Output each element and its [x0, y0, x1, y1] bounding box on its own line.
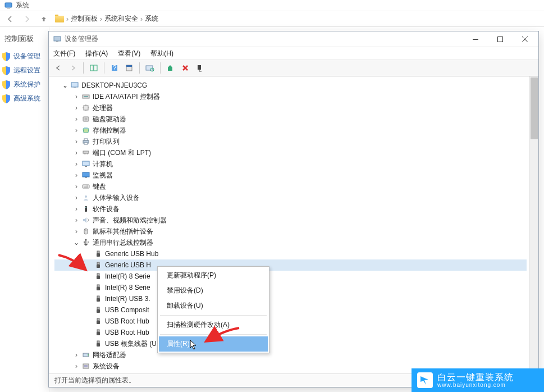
twisty-icon[interactable]: › — [74, 93, 79, 101]
svg-rect-23 — [84, 127, 88, 129]
toolbar-uninstall-button[interactable] — [179, 62, 191, 74]
watermark-logo-icon — [417, 372, 433, 388]
twisty-icon[interactable]: › — [74, 126, 79, 134]
sidebar-item-advanced[interactable]: 高级系统 — [0, 92, 49, 106]
ide-icon — [81, 92, 90, 101]
tree-usb-device[interactable]: USB Composit — [54, 304, 527, 316]
svg-rect-52 — [97, 309, 100, 313]
twisty-icon[interactable]: › — [74, 138, 79, 145]
svg-point-60 — [88, 354, 89, 355]
twisty-icon[interactable]: › — [74, 160, 79, 168]
twisty-icon[interactable]: › — [74, 183, 79, 190]
close-button[interactable] — [513, 33, 537, 46]
context-menu-item[interactable]: 卸载设备(U) — [159, 298, 268, 313]
menu-file[interactable]: 文件(F) — [53, 49, 75, 58]
tree-usb-device[interactable]: Intel(R) 8 Serie — [54, 282, 527, 293]
nav-forward-button[interactable] — [21, 13, 33, 25]
sidebar-item-device-manager[interactable]: 设备管理 — [0, 49, 49, 63]
sidebar-item-protection[interactable]: 系统保护 — [0, 78, 49, 92]
tree-category[interactable]: ›人体学输入设备 — [54, 192, 527, 203]
svg-rect-27 — [83, 151, 89, 153]
svg-rect-55 — [97, 330, 99, 332]
breadcrumb[interactable]: › 控制面板 › 系统和安全 › 系统 — [55, 14, 158, 24]
context-menu-item[interactable]: 更新驱动程序(P) — [159, 268, 268, 283]
tree-label: USB Root Hub — [105, 329, 149, 336]
printer-icon — [81, 137, 90, 146]
svg-rect-54 — [97, 321, 100, 324]
device-manager-icon — [53, 35, 61, 43]
sidebar-item-remote[interactable]: 远程设置 — [0, 63, 49, 78]
tree-label: Generic USB Hub — [105, 250, 158, 258]
twisty-icon[interactable]: ⌄ — [74, 239, 79, 247]
toolbar-forward-button[interactable] — [67, 62, 79, 74]
twisty-icon[interactable]: › — [74, 362, 79, 370]
svg-rect-25 — [84, 139, 88, 140]
tree-category[interactable]: ›网络适配器 — [54, 349, 527, 361]
device-tree[interactable]: ⌄DESKTOP-NJEU3CG›IDE ATA/ATAPI 控制器›处理器›磁… — [49, 76, 529, 373]
tree-category[interactable]: ›软件设备 — [54, 203, 527, 215]
twisty-icon[interactable]: › — [74, 205, 79, 213]
system-sidebar: 控制面板 设备管理 远程设置 系统保护 高级系统 — [0, 27, 49, 392]
twisty-icon[interactable]: › — [74, 351, 79, 359]
tree-label: IDE ATA/ATAPI 控制器 — [93, 92, 160, 102]
tree-usb-device[interactable]: Generic USB Hub — [54, 248, 527, 259]
dm-titlebar[interactable]: 设备管理器 — [49, 31, 538, 47]
tree-category-usb[interactable]: ⌄通用串行总线控制器 — [54, 237, 527, 248]
toolbar-back-button[interactable] — [52, 62, 65, 74]
context-menu-item[interactable]: 禁用设备(D) — [159, 283, 268, 298]
menu-view[interactable]: 查看(V) — [118, 49, 140, 58]
nav-up-button[interactable] — [38, 13, 49, 25]
toolbar-separator — [83, 62, 84, 74]
tree-root[interactable]: ⌄DESKTOP-NJEU3CG — [54, 80, 527, 91]
breadcrumb-item[interactable]: 系统和安全 — [104, 14, 138, 24]
twisty-icon[interactable]: › — [74, 104, 79, 112]
tree-category[interactable]: ›鼠标和其他指针设备 — [54, 226, 527, 237]
toolbar-properties-button[interactable] — [123, 62, 135, 74]
twisty-icon[interactable]: › — [74, 216, 79, 224]
tree-category[interactable]: ›键盘 — [54, 181, 527, 192]
tree-usb-device[interactable]: Generic USB H — [54, 259, 527, 271]
toolbar-help-button[interactable]: ? — [108, 62, 121, 74]
menu-action[interactable]: 操作(A) — [85, 49, 108, 58]
tree-category[interactable]: ›IDE ATA/ATAPI 控制器 — [54, 91, 527, 102]
tree-label: 通用串行总线控制器 — [93, 238, 153, 248]
svg-rect-62 — [84, 365, 88, 367]
scrollbar[interactable]: ▴ ▾ — [529, 76, 538, 373]
maximize-button[interactable] — [488, 33, 513, 46]
minimize-button[interactable] — [463, 33, 488, 46]
toolbar-scan-button[interactable] — [144, 62, 156, 74]
tree-usb-device[interactable]: USB 根集线器 (USB 3.0) — [54, 338, 527, 349]
tree-category[interactable]: ›处理器 — [54, 102, 527, 113]
tree-category[interactable]: ›监视器 — [54, 170, 527, 181]
twisty-icon[interactable]: › — [74, 171, 79, 179]
twisty-icon[interactable]: › — [74, 194, 79, 202]
tree-category[interactable]: ›磁盘驱动器 — [54, 113, 527, 125]
scroll-thumb[interactable] — [531, 78, 538, 139]
breadcrumb-item[interactable]: 控制面板 — [71, 14, 98, 24]
menu-help[interactable]: 帮助(H) — [150, 49, 173, 58]
toolbar-show-hide-tree-button[interactable] — [88, 62, 100, 74]
twisty-icon[interactable]: › — [74, 227, 79, 235]
toolbar-disable-button[interactable] — [194, 62, 206, 74]
svg-rect-43 — [97, 262, 99, 265]
nav-back-button[interactable] — [4, 13, 16, 25]
tree-category[interactable]: ›打印队列 — [54, 136, 527, 147]
twisty-icon[interactable]: › — [74, 115, 79, 123]
twisty-icon[interactable]: ⌄ — [62, 81, 68, 89]
tree-usb-device[interactable]: Intel(R) USB 3. — [54, 293, 527, 304]
tree-usb-device[interactable]: Intel(R) 8 Serie — [54, 271, 527, 282]
svg-rect-17 — [74, 88, 76, 88]
tree-category[interactable]: ›声音、视频和游戏控制器 — [54, 215, 527, 226]
tree-usb-device[interactable]: USB Root Hub — [54, 316, 527, 327]
toolbar-update-driver-button[interactable] — [164, 62, 177, 74]
disk-icon — [81, 115, 90, 124]
tree-category[interactable]: ›端口 (COM 和 LPT) — [54, 147, 527, 158]
shield-icon — [2, 52, 10, 61]
breadcrumb-item[interactable]: 系统 — [145, 14, 158, 24]
usbdev-icon — [94, 272, 103, 281]
tree-usb-device[interactable]: USB Root Hub — [54, 327, 527, 338]
tree-category[interactable]: ›计算机 — [54, 158, 527, 170]
twisty-icon[interactable]: › — [74, 149, 79, 157]
tree-category[interactable]: ›存储控制器 — [54, 125, 527, 136]
device-manager-window: 设备管理器 文件(F) 操作(A) 查看(V) 帮助(H) ? ⌄DESKTOP… — [48, 31, 539, 388]
